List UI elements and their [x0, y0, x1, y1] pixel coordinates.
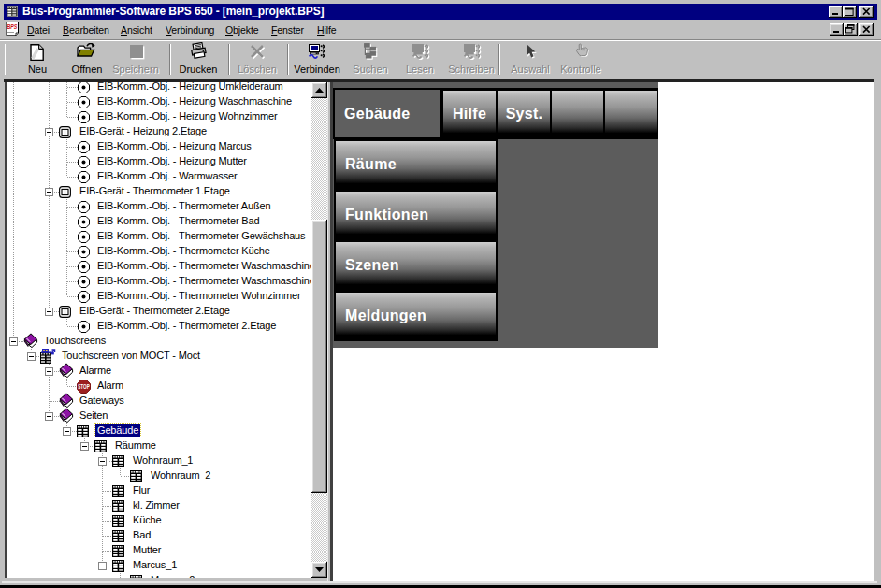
svg-text:BPS: BPS	[7, 23, 17, 30]
svg-text:STOP: STOP	[78, 383, 90, 390]
